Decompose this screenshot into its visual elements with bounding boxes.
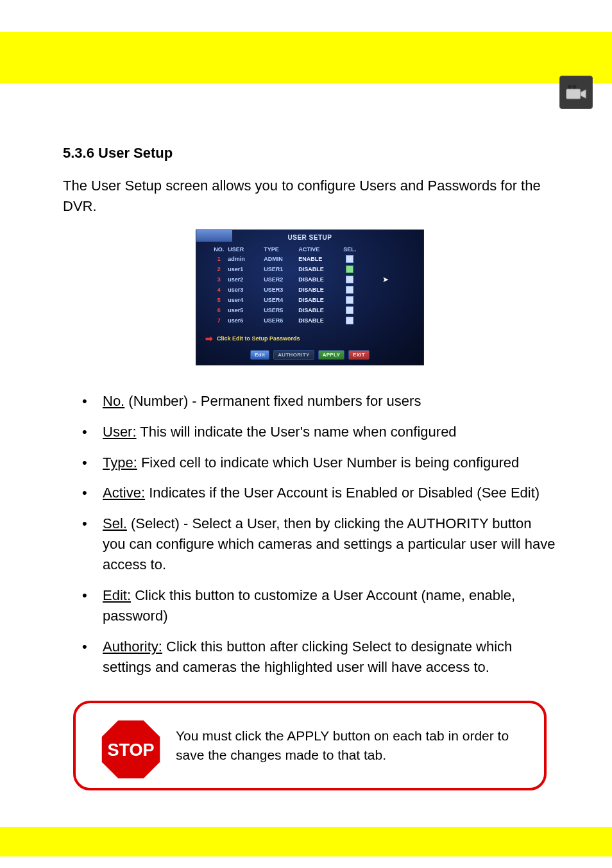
- svg-marker-1: [581, 90, 586, 99]
- header-band: [0, 32, 612, 83]
- dvr-exit-button[interactable]: EXIT: [348, 350, 370, 360]
- svg-point-2: [568, 85, 572, 89]
- list-item: No. (Number) - Permanent fixed numbers f…: [63, 391, 557, 412]
- list-item: Sel. (Select) - Select a User, then by c…: [63, 513, 557, 575]
- footer-band: [0, 827, 612, 856]
- list-item: Type: Fixed cell to indicate which User …: [63, 453, 557, 473]
- bullet-list: No. (Number) - Permanent fixed numbers f…: [63, 391, 557, 678]
- select-checkbox[interactable]: [346, 286, 353, 294]
- dvr-apply-button[interactable]: APPLY: [318, 350, 344, 360]
- list-item: Authority: Click this button after click…: [63, 637, 557, 678]
- dvr-table-row: 5user4USER4DISABLE: [210, 295, 410, 305]
- select-checkbox[interactable]: [346, 317, 353, 324]
- dvr-hint: ➡ Click Edit to Setup Passwords: [205, 333, 423, 344]
- dvr-table-row: 3user2USER2DISABLE: [210, 274, 410, 285]
- stop-callout: STOP You must click the APPLY button on …: [73, 701, 547, 790]
- select-checkbox[interactable]: [346, 265, 353, 273]
- dvr-table-row: 4user3USER3DISABLE: [210, 285, 410, 295]
- stop-sign-icon: STOP: [98, 716, 164, 785]
- dvr-table-row: 7user6USER6DISABLE: [210, 315, 410, 326]
- select-checkbox[interactable]: [346, 255, 353, 263]
- dvr-table-row: 6user5USER5DISABLE: [210, 305, 410, 315]
- section-title: 5.3.6 User Setup: [63, 145, 557, 162]
- dvr-title: USER SETUP: [196, 231, 423, 245]
- dvr-edit-button[interactable]: Edit: [250, 350, 269, 360]
- dvr-authority-button[interactable]: AUTHORITY: [273, 350, 314, 360]
- section-intro: The User Setup screen allows you to conf…: [63, 176, 557, 217]
- select-checkbox[interactable]: [346, 306, 353, 314]
- svg-point-3: [572, 85, 576, 89]
- camera-icon: [559, 76, 593, 109]
- stop-callout-text: You must click the APPLY button on each …: [176, 726, 532, 764]
- dvr-table-row: 1adminADMINENABLE: [210, 254, 410, 264]
- hint-arrow-icon: ➡: [205, 333, 213, 344]
- dvr-table-row: 2user1USER1DISABLE: [210, 264, 410, 274]
- select-checkbox[interactable]: [346, 276, 353, 283]
- list-item: Active: Indicates if the User Account is…: [63, 483, 557, 503]
- cursor-icon: ➤: [382, 275, 389, 284]
- dvr-table-header: NO. USER TYPE ACTIVE SEL.: [210, 245, 410, 254]
- svg-rect-0: [566, 89, 581, 99]
- select-checkbox[interactable]: [346, 296, 353, 304]
- list-item: User: This will indicate the User's name…: [63, 422, 557, 442]
- dvr-screenshot: USER SETUP ➤ NO. USER TYPE ACTIVE SEL. 1…: [196, 230, 424, 365]
- svg-text:STOP: STOP: [107, 740, 154, 760]
- list-item: Edit: Click this button to customize a U…: [63, 585, 557, 626]
